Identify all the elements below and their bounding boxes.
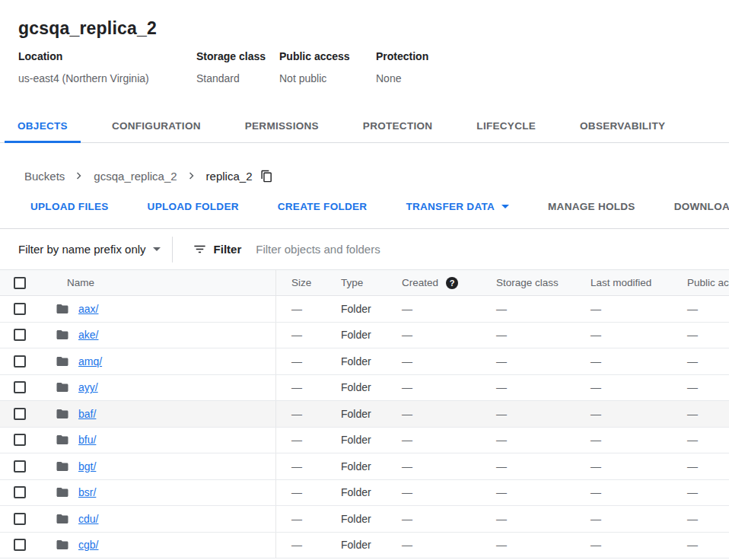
cell-public-access: — (672, 453, 729, 479)
cell-created: — (387, 453, 481, 479)
tab-configuration[interactable]: CONFIGURATION (99, 110, 214, 143)
folder-icon (56, 538, 69, 552)
row-checkbox[interactable] (14, 486, 26, 498)
metadata-value: None (376, 72, 428, 84)
cell-storage-class: — (481, 348, 575, 374)
filter-bar: Filter by name prefix only Filter (0, 229, 729, 269)
folder-link-ayy[interactable]: ayy/ (78, 381, 98, 393)
cell-storage-class: — (481, 323, 575, 348)
help-icon[interactable]: ? (446, 277, 458, 289)
arrow-drop-down-icon (501, 205, 509, 208)
row-checkbox[interactable] (14, 355, 26, 368)
tab-objects[interactable]: OBJECTS (5, 110, 81, 143)
toolbar-button-label: TRANSFER DATA (406, 201, 495, 212)
toolbar-button-upload-folder[interactable]: UPLOAD FOLDER (148, 201, 239, 212)
cell-last-modified: — (575, 480, 672, 506)
row-checkbox[interactable] (14, 381, 26, 393)
tab-protection[interactable]: PROTECTION (350, 110, 446, 143)
row-checkbox[interactable] (14, 539, 26, 551)
column-header-created: Created ? (387, 270, 481, 295)
toolbar-button-transfer-data[interactable]: TRANSFER DATA (406, 201, 509, 212)
tab-lifecycle[interactable]: LIFECYCLE (463, 110, 549, 143)
folder-icon (56, 407, 69, 421)
cell-public-access: — (672, 375, 729, 401)
row-checkbox[interactable] (14, 329, 26, 341)
vertical-divider (172, 237, 173, 262)
breadcrumb-bucket-name[interactable]: gcsqa_replica_2 (94, 170, 177, 183)
folder-icon (56, 485, 69, 499)
filter-input[interactable] (254, 242, 574, 256)
filter-list-icon (193, 242, 207, 256)
toolbar-button-download[interactable]: DOWNLOAD (674, 201, 729, 212)
folder-link-bsr[interactable]: bsr/ (78, 486, 96, 498)
metadata-value: us-east4 (Northern Virginia) (18, 72, 196, 84)
breadcrumb: Buckets gcsqa_replica_2 replica_2 (0, 143, 729, 183)
cell-public-access: — (672, 506, 729, 532)
row-checkbox[interactable] (14, 303, 26, 315)
column-header-public-access: Public access (672, 270, 729, 295)
row-checkbox[interactable] (14, 513, 26, 525)
folder-icon (56, 328, 69, 342)
metadata-label: Protection (376, 50, 428, 62)
cell-created: — (387, 428, 481, 453)
table-row-baf: baf/ — Folder — — — — (0, 401, 729, 428)
cell-storage-class: — (481, 428, 575, 453)
cell-type: Folder (326, 480, 387, 506)
toolbar-button-label: UPLOAD FOLDER (148, 201, 239, 212)
filter-mode-label: Filter by name prefix only (18, 243, 146, 256)
bucket-metadata: Location us-east4 (Northern Virginia) St… (18, 50, 729, 84)
folder-icon (56, 302, 69, 316)
table-row-cdu: cdu/ — Folder — — — — (0, 506, 729, 533)
cell-last-modified: — (575, 533, 672, 558)
metadata-value: Standard (196, 72, 279, 84)
cell-type: Folder (326, 296, 387, 322)
folder-link-cdu[interactable]: cdu/ (78, 513, 98, 525)
cell-created: — (387, 401, 481, 427)
cell-created: — (387, 480, 481, 506)
cell-created: — (387, 375, 481, 401)
tab-observability[interactable]: OBSERVABILITY (567, 110, 678, 143)
cell-created: — (387, 533, 481, 558)
metadata-item-public-access: Public access Not public (279, 50, 376, 84)
cell-storage-class: — (481, 375, 575, 401)
cell-size: — (276, 348, 326, 374)
breadcrumb-buckets[interactable]: Buckets (24, 170, 65, 183)
cell-storage-class: — (481, 453, 575, 479)
cell-storage-class: — (481, 480, 575, 506)
toolbar-button-upload-files[interactable]: UPLOAD FILES (30, 201, 109, 212)
select-all-checkbox[interactable] (14, 277, 26, 289)
toolbar-button-manage-holds[interactable]: MANAGE HOLDS (548, 201, 635, 212)
metadata-item-location: Location us-east4 (Northern Virginia) (18, 50, 196, 84)
cell-public-access: — (672, 428, 729, 453)
cell-public-access: — (672, 533, 729, 558)
metadata-label: Location (18, 50, 196, 62)
folder-link-cgb[interactable]: cgb/ (78, 539, 98, 551)
folder-link-ake[interactable]: ake/ (78, 329, 98, 341)
cell-created: — (387, 296, 481, 322)
folder-link-baf[interactable]: baf/ (78, 408, 96, 420)
folder-icon (56, 460, 69, 473)
chevron-right-icon (185, 169, 199, 183)
folder-icon (56, 512, 69, 526)
cell-created: — (387, 506, 481, 532)
toolbar-button-create-folder[interactable]: CREATE FOLDER (278, 201, 368, 212)
filter-mode-select[interactable]: Filter by name prefix only (18, 243, 161, 256)
cell-last-modified: — (575, 323, 672, 348)
folder-link-bgt[interactable]: bgt/ (78, 460, 96, 473)
breadcrumb-current-folder: replica_2 (206, 170, 253, 183)
folder-link-aax[interactable]: aax/ (78, 303, 98, 315)
tab-permissions[interactable]: PERMISSIONS (232, 110, 332, 143)
copy-icon[interactable] (260, 170, 273, 183)
row-checkbox[interactable] (14, 460, 26, 473)
table-row-cgb: cgb/ — Folder — — — — (0, 533, 729, 559)
folder-icon (56, 355, 69, 368)
cell-size: — (276, 506, 326, 532)
cell-public-access: — (672, 296, 729, 322)
cell-size: — (276, 480, 326, 506)
folder-link-bfu[interactable]: bfu/ (78, 434, 96, 446)
cell-size: — (276, 533, 326, 558)
row-checkbox[interactable] (14, 434, 26, 446)
cell-last-modified: — (575, 375, 672, 401)
row-checkbox[interactable] (14, 408, 26, 420)
folder-link-amq[interactable]: amq/ (78, 355, 102, 368)
